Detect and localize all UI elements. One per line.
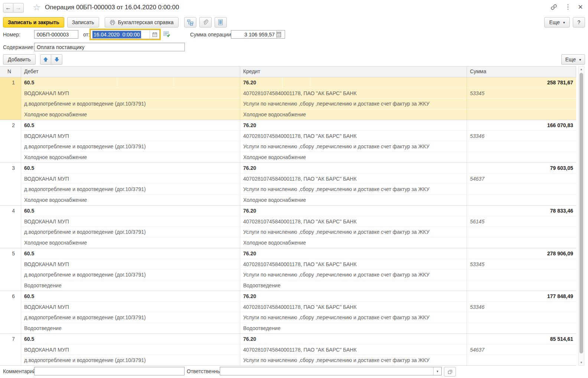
sum-value[interactable]: 177 848,49 bbox=[467, 291, 576, 302]
debit-account[interactable]: 60.5 bbox=[21, 120, 240, 131]
doc-number[interactable]: 54637 bbox=[467, 174, 576, 184]
move-up-button[interactable] bbox=[40, 54, 51, 65]
debit-account[interactable]: 60.5 bbox=[21, 77, 240, 88]
empty-line[interactable] bbox=[467, 152, 576, 163]
empty-line[interactable] bbox=[467, 312, 576, 323]
debit-subconto3[interactable]: Водоотведение bbox=[21, 323, 240, 334]
scroll-down-icon[interactable]: ▼ bbox=[579, 360, 584, 365]
empty-line[interactable] bbox=[467, 238, 576, 248]
empty-line[interactable] bbox=[467, 323, 576, 334]
sum-value[interactable]: 85 514,61 bbox=[467, 334, 576, 345]
credit-subconto3[interactable]: Холодное водоснабжение bbox=[240, 152, 467, 163]
debit-subconto1[interactable]: ВОДОКАНАЛ МУП bbox=[21, 88, 240, 99]
empty-line[interactable] bbox=[467, 98, 576, 109]
menu-kebab-icon[interactable]: ⋮ bbox=[565, 3, 571, 11]
debit-subconto3[interactable]: Холодное водоснабжение bbox=[21, 152, 240, 163]
attachments-button[interactable] bbox=[199, 17, 212, 28]
empty-line[interactable] bbox=[467, 184, 576, 195]
vertical-scrollbar[interactable]: ▲ ▼ bbox=[578, 66, 584, 366]
debit-subconto2[interactable]: д.водопотребление и водоотведение (дог.1… bbox=[21, 312, 240, 323]
table-row[interactable]: 2 60.5 ВОДОКАНАЛ МУП д.водопотребление и… bbox=[0, 120, 576, 163]
debit-account[interactable]: 60.5 bbox=[21, 291, 240, 302]
column-header-debit[interactable]: Дебет bbox=[21, 67, 240, 77]
credit-subconto2[interactable]: Услуги по начислению ,сбору ,перечислени… bbox=[240, 184, 467, 195]
calendar-button[interactable] bbox=[150, 30, 160, 39]
debit-subconto2[interactable]: д.водопотребление и водоотведение (дог.1… bbox=[21, 227, 240, 238]
responsible-field[interactable]: ▾ bbox=[220, 367, 442, 375]
credit-account[interactable]: 76.20 bbox=[240, 77, 467, 88]
sum-value[interactable]: 258 781,67 bbox=[467, 77, 576, 88]
column-header-credit[interactable]: Кредит bbox=[240, 67, 467, 77]
save-button[interactable]: Записать bbox=[67, 17, 99, 28]
empty-line[interactable] bbox=[467, 227, 576, 238]
toolbar-more-button[interactable]: Еще ▾ bbox=[544, 17, 570, 28]
table-row[interactable]: 4 60.5 ВОДОКАНАЛ МУП д.водопотребление и… bbox=[0, 206, 576, 248]
empty-line[interactable] bbox=[467, 195, 576, 206]
sum-value[interactable]: 278 906,09 bbox=[467, 248, 576, 259]
empty-line[interactable] bbox=[467, 269, 576, 280]
move-down-button[interactable] bbox=[51, 54, 62, 65]
credit-subconto3[interactable]: Холодное водоснабжение bbox=[240, 195, 467, 206]
credit-subconto2[interactable]: Услуги по начислению ,сбору ,перечислени… bbox=[240, 98, 467, 109]
favorite-star-icon[interactable]: ☆ bbox=[33, 2, 41, 13]
debit-subconto2[interactable]: д.водопотребление и водоотведение (дог.1… bbox=[21, 355, 240, 366]
date-field[interactable]: 16.04.2020 0:00:00 bbox=[89, 29, 161, 40]
debit-subconto3[interactable]: Холодное водоснабжение bbox=[21, 238, 240, 248]
operation-sum-field[interactable]: 3 106 959,57 bbox=[231, 30, 285, 39]
table-row[interactable]: 7 60.5 ВОДОКАНАЛ МУП д.водопотребление и… bbox=[0, 334, 576, 366]
back-button[interactable]: ← bbox=[3, 3, 13, 13]
debit-subconto3[interactable] bbox=[21, 366, 240, 366]
comment-field[interactable] bbox=[34, 367, 184, 375]
debit-subconto3[interactable]: Водоотведение bbox=[21, 280, 240, 291]
credit-account[interactable]: 76.20 bbox=[240, 248, 467, 259]
scrollbar-thumb[interactable] bbox=[579, 73, 583, 353]
credit-subconto1[interactable]: 40702810745840001178, ПАО "АК БАРС" БАНК bbox=[240, 345, 467, 355]
debit-subconto1[interactable]: ВОДОКАНАЛ МУП bbox=[21, 345, 240, 355]
column-header-n[interactable]: N bbox=[0, 67, 21, 77]
empty-line[interactable] bbox=[467, 109, 576, 120]
credit-account[interactable]: 76.20 bbox=[240, 163, 467, 174]
doc-number[interactable]: 56145 bbox=[467, 216, 576, 227]
credit-subconto1[interactable]: 40702810745840001178, ПАО "АК БАРС" БАНК bbox=[240, 259, 467, 270]
responsible-open-button[interactable] bbox=[444, 367, 456, 377]
table-row[interactable]: 1 60.5 ВОДОКАНАЛ МУП д.водопотребление и… bbox=[0, 77, 576, 120]
debit-subconto1[interactable]: ВОДОКАНАЛ МУП bbox=[21, 216, 240, 227]
table-row[interactable]: 6 60.5 ВОДОКАНАЛ МУП д.водопотребление и… bbox=[0, 291, 576, 334]
link-icon[interactable] bbox=[550, 3, 558, 11]
document-register-button[interactable] bbox=[215, 17, 227, 28]
credit-subconto1[interactable]: 40702810745840001178, ПАО "АК БАРС" БАНК bbox=[240, 216, 467, 227]
debit-subconto1[interactable]: ВОДОКАНАЛ МУП bbox=[21, 259, 240, 270]
credit-subconto2[interactable]: Услуги по начислению ,сбору ,перечислени… bbox=[240, 312, 467, 323]
scroll-up-icon[interactable]: ▲ bbox=[579, 67, 584, 72]
debit-account[interactable]: 60.5 bbox=[21, 163, 240, 174]
column-header-sum[interactable]: Сумма bbox=[467, 67, 576, 77]
empty-line[interactable] bbox=[467, 366, 576, 366]
forward-button[interactable]: → bbox=[13, 3, 24, 13]
credit-subconto1[interactable]: 40702810745840001178, ПАО "АК БАРС" БАНК bbox=[240, 131, 467, 142]
debit-subconto2[interactable]: д.водопотребление и водоотведение (дог.1… bbox=[21, 184, 240, 195]
close-icon[interactable]: × bbox=[578, 3, 583, 11]
sum-value[interactable]: 79 603,05 bbox=[467, 163, 576, 174]
doc-number[interactable]: 53345 bbox=[467, 88, 576, 99]
number-field[interactable]: 00БП-000003 bbox=[34, 30, 78, 39]
debit-subconto1[interactable]: ВОДОКАНАЛ МУП bbox=[21, 302, 240, 313]
doc-number[interactable]: 54637 bbox=[467, 345, 576, 355]
save-and-close-button[interactable]: Записать и закрыть bbox=[3, 17, 64, 28]
debit-subconto3[interactable]: Холодное водоснабжение bbox=[21, 109, 240, 120]
debit-account[interactable]: 60.5 bbox=[21, 206, 240, 216]
content-field[interactable]: Оплата поставщику bbox=[34, 43, 185, 51]
help-button[interactable]: ? bbox=[573, 17, 585, 28]
credit-account[interactable]: 76.20 bbox=[240, 206, 467, 216]
debit-subconto1[interactable]: ВОДОКАНАЛ МУП bbox=[21, 131, 240, 142]
empty-line[interactable] bbox=[467, 280, 576, 291]
debit-subconto3[interactable]: Холодное водоснабжение bbox=[21, 195, 240, 206]
credit-account[interactable]: 76.20 bbox=[240, 334, 467, 345]
credit-subconto3[interactable] bbox=[240, 366, 467, 366]
debit-subconto2[interactable]: д.водопотребление и водоотведение (дог.1… bbox=[21, 269, 240, 280]
calculator-button[interactable] bbox=[277, 30, 285, 38]
structure-button[interactable] bbox=[184, 17, 196, 28]
sum-value[interactable]: 166 070,83 bbox=[467, 120, 576, 131]
credit-subconto2[interactable]: Услуги по начислению ,сбору ,перечислени… bbox=[240, 141, 467, 152]
accounting-reference-button[interactable]: Бухгалтерская справка bbox=[105, 17, 179, 28]
fill-related-button[interactable] bbox=[163, 31, 170, 38]
